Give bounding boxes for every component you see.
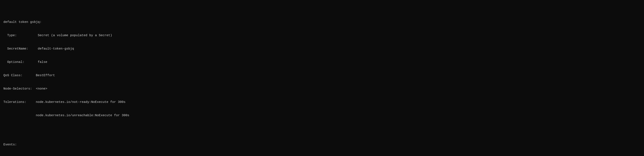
tolerations-line2: node.kubernetes.io/unreachable:NoExecute…	[4, 113, 640, 118]
type-line: Type: Secret (a volume populated by a Se…	[4, 33, 640, 38]
nodesel-label: Node-Selectors:	[4, 87, 36, 91]
header-section: default token gsbjq: Type: Secret (a vol…	[4, 11, 640, 122]
secretname-label: SecretName:	[4, 47, 38, 51]
tolerations-spacer	[4, 114, 36, 117]
tolerations-line1: Tolerations: node.kubernetes.io/not-read…	[4, 100, 640, 104]
optional-label: Optional:	[4, 60, 38, 64]
events-section: Events: Type Reason Age From Message ---…	[4, 134, 640, 156]
nodesel-line: Node-Selectors: <none>	[4, 87, 640, 91]
tolerations-value1: node.kubernetes.io/not-ready:NoExecute f…	[36, 100, 126, 104]
events-header: Events:	[4, 143, 640, 147]
type-label: Type:	[4, 34, 38, 37]
token-line: default token gsbjq:	[4, 20, 640, 24]
token-key: default token gsbjq:	[4, 20, 42, 24]
terminal: default token gsbjq: Type: Secret (a vol…	[4, 2, 640, 156]
optional-value: false	[38, 60, 47, 64]
secretname-value: default-token-gsbjq	[38, 47, 74, 51]
qos-line: QoS Class: BestEffort	[4, 73, 640, 78]
qos-label: QoS Class:	[4, 74, 36, 77]
nodesel-value: <none>	[36, 87, 47, 91]
qos-value: BestEffort	[36, 74, 55, 77]
tolerations-value2: node.kubernetes.io/unreachable:NoExecute…	[36, 114, 129, 117]
secretname-line: SecretName: default-token-gsbjq	[4, 47, 640, 51]
tolerations-label: Tolerations:	[4, 100, 36, 104]
type-value: Secret (a volume populated by a Secret)	[38, 34, 112, 37]
optional-line: Optional: false	[4, 60, 640, 64]
